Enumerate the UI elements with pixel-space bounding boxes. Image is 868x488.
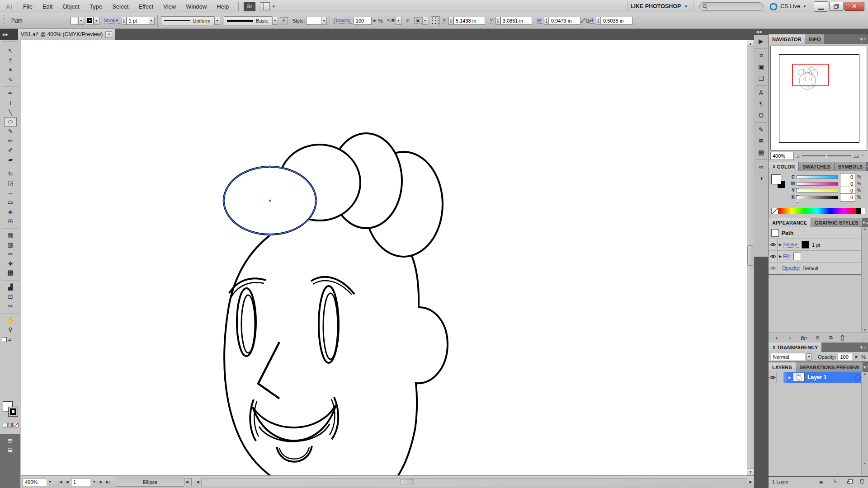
screen-mode-button[interactable]: ⬓	[4, 445, 17, 455]
scroll-up-button[interactable]: ▲	[747, 40, 754, 47]
color-spectrum-bar[interactable]	[771, 208, 865, 214]
paragraph-icon[interactable]: ¶	[755, 99, 767, 109]
artboard-tool-icon[interactable]: ⊡	[4, 292, 17, 301]
h-stepper[interactable]: ▲▼	[596, 17, 601, 25]
zoom-out-icon[interactable]: ◿	[797, 154, 799, 158]
horizontal-scrollbar[interactable]	[201, 478, 747, 486]
paintbrush-tool-icon[interactable]: ✎	[4, 127, 17, 136]
rotate-tool-icon[interactable]: ↻	[4, 169, 17, 178]
close-button[interactable]: ✕	[844, 2, 864, 11]
gradient-icon[interactable]: ▤	[755, 147, 767, 158]
new-sublayer-icon[interactable]: ↳▫	[832, 478, 841, 485]
next-artboard-button[interactable]: ▶	[98, 479, 104, 485]
visibility-toggle[interactable]	[769, 263, 778, 274]
appearance-stroke-row[interactable]: ▶ Stroke: 1 pt	[769, 239, 862, 251]
white-swatch[interactable]	[861, 208, 865, 214]
minimize-button[interactable]	[814, 1, 828, 12]
line-segment-tool-icon[interactable]: ╲	[4, 108, 17, 117]
scroll-down-button[interactable]: ▼	[747, 468, 754, 475]
expand-arrow-icon[interactable]: ▶	[779, 243, 782, 247]
x-value[interactable]: 5.1438 in	[453, 17, 485, 25]
appearance-opacity-row[interactable]: Opacity: Default	[769, 263, 862, 275]
kuler-icon[interactable]: ◑	[755, 173, 767, 183]
character-icon[interactable]: A	[755, 87, 767, 98]
appearance-item-row[interactable]: Path	[769, 227, 862, 239]
y-value[interactable]: 3.0851 in	[500, 17, 532, 25]
x-stepper[interactable]: ▲▼	[448, 17, 453, 25]
none-swatch[interactable]	[771, 208, 778, 214]
spectrum-gradient[interactable]	[778, 208, 856, 214]
delete-item-icon[interactable]	[840, 335, 845, 341]
layer-expand-arrow[interactable]: ▶	[788, 375, 791, 380]
direct-selection-tool-icon[interactable]: ⇧	[4, 56, 17, 65]
panel-resize-grip[interactable]	[863, 338, 868, 342]
fill-color-dropdown[interactable]: ▼	[71, 17, 84, 25]
chevron-down-icon[interactable]: ▼	[807, 353, 811, 361]
tab-info[interactable]: INFO	[805, 34, 824, 44]
scroll-left-button[interactable]: ◀	[194, 479, 201, 485]
horizontal-scroll-thumb[interactable]	[401, 479, 414, 484]
type-tool-icon[interactable]: T	[4, 98, 17, 108]
layer-name[interactable]: Layer 1	[807, 374, 826, 380]
black-slider[interactable]	[797, 196, 838, 199]
workspace-switcher[interactable]: LIKE PHOTOSHOP ▼	[631, 3, 688, 9]
delete-layer-icon[interactable]	[859, 479, 864, 484]
menu-select[interactable]: Select	[107, 0, 133, 13]
recolor-artwork-icon[interactable]: ✛	[280, 17, 288, 24]
opacity-link[interactable]: Opacity:	[782, 265, 800, 271]
blob-brush-tool-icon[interactable]: ✐	[4, 145, 17, 155]
gradient-mode-button[interactable]	[8, 423, 13, 427]
none-mode-button[interactable]	[14, 423, 19, 427]
stroke-color-swatch[interactable]	[802, 241, 809, 249]
stroke-weight-stepper[interactable]: ▲▼	[122, 17, 127, 25]
tab-layers[interactable]: LAYERS	[769, 362, 796, 372]
constrain-proportions-icon[interactable]: 🔗︎⧉	[580, 17, 590, 24]
selection-tool-icon[interactable]: ↖	[4, 46, 17, 56]
layer-row[interactable]: ▶ Layer 1	[769, 372, 868, 383]
stroke-color-dropdown[interactable]: ▼	[86, 17, 99, 25]
drawing-modes-button[interactable]: ⬒	[4, 436, 17, 445]
brushes-icon[interactable]: ✎	[755, 124, 767, 135]
stroke-box[interactable]	[8, 407, 18, 417]
navigator-view-rectangle[interactable]	[792, 64, 829, 86]
menu-effect[interactable]: Effect	[133, 0, 158, 13]
blend-tool-icon[interactable]: ❖	[4, 259, 17, 268]
black-value[interactable]: 0	[840, 193, 855, 202]
appearance-scrollbar[interactable]: ▲ ▼	[861, 227, 868, 343]
zoom-in-icon[interactable]: ◿◿	[854, 154, 859, 158]
scroll-down-icon[interactable]: ▼	[862, 328, 868, 332]
document-tab[interactable]: VB1.ai* @ 400% (CMYK/Preview) ✕	[18, 29, 115, 40]
scroll-right-button[interactable]: ▶	[747, 479, 754, 485]
navigator-zoom-value[interactable]: 400%	[770, 152, 794, 160]
color-mode-button[interactable]	[3, 423, 8, 427]
stroke-panel-link[interactable]: Stroke:	[104, 18, 120, 23]
tab-appearance[interactable]: APPEARANCE	[769, 218, 811, 227]
opacity-value[interactable]: 100	[354, 17, 372, 25]
artboards-icon[interactable]: ▣	[755, 61, 767, 72]
menu-edit[interactable]: Edit	[38, 0, 57, 13]
ellipse-tool-icon[interactable]: ⬭	[4, 117, 17, 127]
layer-row-selected[interactable]: ▶ Layer 1	[787, 372, 868, 383]
restore-button[interactable]	[829, 2, 844, 11]
color-fill-stroke-indicator[interactable]	[771, 174, 787, 190]
tab-transparency[interactable]: ⇕TRANSPARENCY	[769, 343, 821, 352]
cyan-slider[interactable]	[797, 175, 838, 179]
hand-tool-icon[interactable]: ✋	[4, 315, 17, 325]
w-stepper[interactable]: ▲▼	[544, 17, 549, 25]
tab-symbols[interactable]: SYMBOLS	[834, 162, 866, 171]
zoom-tool-icon[interactable]: ⚲	[4, 325, 17, 334]
shape-builder-tool-icon[interactable]: ◈	[4, 207, 17, 216]
new-layer-icon[interactable]	[847, 479, 853, 484]
panel-menu-icon[interactable]: ▼≡	[859, 34, 868, 44]
new-fill-icon[interactable]: ▫	[786, 334, 795, 342]
column-graph-tool-icon[interactable]: ▟	[4, 282, 17, 292]
brush-definition-combo[interactable]: Basic	[224, 16, 272, 25]
duplicate-item-icon[interactable]: ⧉	[826, 334, 835, 342]
stroke-weight-combo[interactable]: 1 pt ▼	[127, 17, 155, 25]
opentype-icon[interactable]: O	[755, 110, 767, 121]
artboard-number[interactable]: 1	[71, 478, 90, 486]
chevron-down-icon[interactable]: ▼	[272, 17, 278, 25]
w-link[interactable]: W:	[537, 18, 542, 23]
tab-color[interactable]: ⇕COLOR	[769, 162, 798, 171]
opacity-slider-arrow[interactable]: ▶	[854, 353, 859, 360]
